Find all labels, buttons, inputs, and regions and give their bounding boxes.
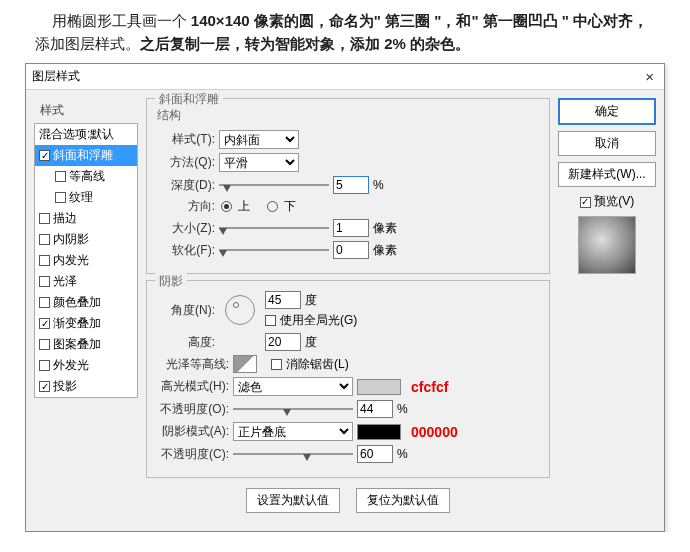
altitude-input[interactable] [265, 333, 301, 351]
outer-glow[interactable]: 外发光 [35, 355, 137, 376]
stroke[interactable]: 描边 [35, 208, 137, 229]
bevel-emboss[interactable]: 斜面和浮雕 [35, 145, 137, 166]
highlight-mode-select[interactable]: 滤色 [233, 377, 353, 396]
soften-slider[interactable] [219, 244, 329, 256]
highlight-opacity-input[interactable] [357, 400, 393, 418]
instr-b2: 之后复制一层，转为智能对象，添加 2% 的杂色。 [140, 35, 470, 52]
size-slider[interactable] [219, 222, 329, 234]
dialog-title: 图层样式 [32, 68, 641, 85]
pattern-overlay[interactable]: 图案叠加 [35, 334, 137, 355]
bevel-group: 斜面和浮雕 结构 样式(T):内斜面 方法(Q):平滑 深度(D):% 方向:上… [146, 98, 550, 274]
technique-select[interactable]: 平滑 [219, 153, 299, 172]
instr-t2: 添加图层样式。 [35, 35, 140, 52]
angle-dial[interactable] [225, 295, 255, 325]
depth-input[interactable] [333, 176, 369, 194]
global-light-checkbox[interactable] [265, 315, 276, 326]
contour[interactable]: 等高线 [35, 166, 137, 187]
angle-label: 角度(N): [157, 302, 215, 319]
shadow-opacity-input[interactable] [357, 445, 393, 463]
shading-group: 阴影 角度(N): 度 使用全局光(G) 高度:度 光泽等高线:消除锯齿(L) … [146, 280, 550, 478]
color-overlay-checkbox[interactable] [39, 297, 50, 308]
technique-label: 方法(Q): [157, 154, 215, 171]
highlight-mode-label: 高光模式(H): [157, 378, 229, 395]
outer-glow-checkbox[interactable] [39, 360, 50, 371]
cancel-button[interactable]: 取消 [558, 131, 656, 156]
shadow-opacity-slider[interactable] [233, 448, 353, 460]
texture[interactable]: 纹理 [35, 187, 137, 208]
shadow-annot: 000000 [411, 424, 458, 440]
texture-checkbox[interactable] [55, 192, 66, 203]
preview-thumbnail [578, 216, 636, 274]
style-select[interactable]: 内斜面 [219, 130, 299, 149]
soften-input[interactable] [333, 241, 369, 259]
size-label: 大小(Z): [157, 220, 215, 237]
soften-label: 软化(F): [157, 242, 215, 259]
preview-label: 预览(V) [594, 194, 634, 208]
structure-label: 结构 [157, 107, 539, 124]
layer-style-dialog: 图层样式 × 样式 混合选项:默认 斜面和浮雕 等高线 纹理 描边 内阴影 内发… [25, 63, 665, 532]
contour-checkbox[interactable] [55, 171, 66, 182]
pattern-overlay-checkbox[interactable] [39, 339, 50, 350]
altitude-label: 高度: [157, 334, 215, 351]
size-input[interactable] [333, 219, 369, 237]
bevel-group-title: 斜面和浮雕 [155, 91, 223, 108]
shadow-mode-label: 阴影模式(A): [157, 423, 229, 440]
drop-shadow-checkbox[interactable] [39, 381, 50, 392]
bevel-checkbox[interactable] [39, 150, 50, 161]
satin-checkbox[interactable] [39, 276, 50, 287]
depth-label: 深度(D): [157, 177, 215, 194]
drop-shadow[interactable]: 投影 [35, 376, 137, 397]
preview-checkbox[interactable] [580, 197, 591, 208]
inner-glow-checkbox[interactable] [39, 255, 50, 266]
depth-slider[interactable] [219, 179, 329, 191]
dir-down-radio[interactable] [267, 201, 278, 212]
ok-button[interactable]: 确定 [558, 98, 656, 125]
titlebar[interactable]: 图层样式 × [26, 64, 664, 90]
gloss-contour-label: 光泽等高线: [157, 356, 229, 373]
blend-options[interactable]: 混合选项:默认 [35, 124, 137, 145]
style-label: 样式(T): [157, 131, 215, 148]
make-default-button[interactable]: 设置为默认值 [246, 488, 340, 513]
shadow-mode-select[interactable]: 正片叠底 [233, 422, 353, 441]
highlight-opacity-slider[interactable] [233, 403, 353, 415]
styles-header: 样式 [34, 98, 138, 123]
highlight-opacity-label: 不透明度(O): [157, 401, 229, 418]
new-style-button[interactable]: 新建样式(W)... [558, 162, 656, 187]
inner-shadow[interactable]: 内阴影 [35, 229, 137, 250]
gradient-overlay[interactable]: 渐变叠加 [35, 313, 137, 334]
style-list: 混合选项:默认 斜面和浮雕 等高线 纹理 描边 内阴影 内发光 光泽 颜色叠加 … [34, 123, 138, 398]
instr-t1: 用椭圆形工具画一个 [52, 12, 191, 29]
gradient-overlay-checkbox[interactable] [39, 318, 50, 329]
inner-shadow-checkbox[interactable] [39, 234, 50, 245]
instr-b1: 140×140 像素的圆，命名为" 第三圈 "，和" 第一圈凹凸 " 中心对齐， [191, 12, 648, 29]
close-icon[interactable]: × [641, 68, 658, 85]
reset-default-button[interactable]: 复位为默认值 [356, 488, 450, 513]
gloss-contour-picker[interactable] [233, 355, 257, 373]
inner-glow[interactable]: 内发光 [35, 250, 137, 271]
highlight-annot: cfcfcf [411, 379, 448, 395]
dir-up-radio[interactable] [221, 201, 232, 212]
angle-input[interactable] [265, 291, 301, 309]
direction-label: 方向: [157, 198, 215, 215]
shadow-color-swatch[interactable] [357, 424, 401, 440]
antialias-checkbox[interactable] [271, 359, 282, 370]
shadow-opacity-label: 不透明度(C): [157, 446, 229, 463]
color-overlay[interactable]: 颜色叠加 [35, 292, 137, 313]
highlight-color-swatch[interactable] [357, 379, 401, 395]
shading-title: 阴影 [155, 273, 187, 290]
satin[interactable]: 光泽 [35, 271, 137, 292]
stroke-checkbox[interactable] [39, 213, 50, 224]
